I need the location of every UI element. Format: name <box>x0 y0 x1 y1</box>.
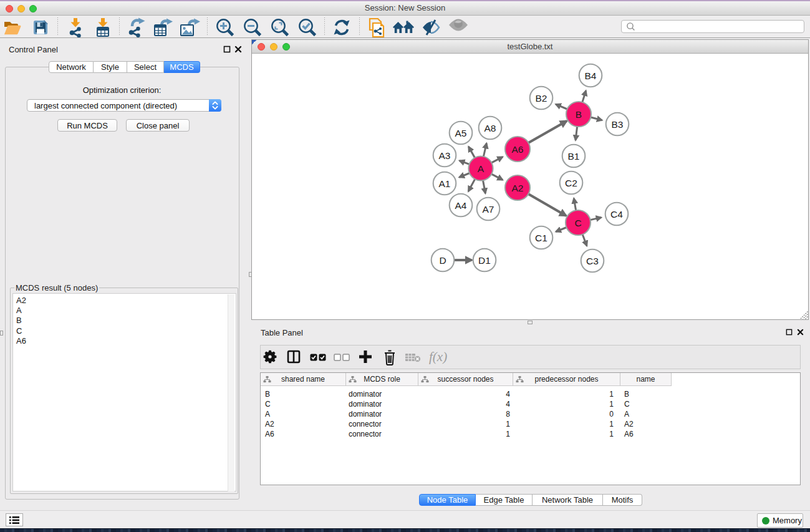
svg-text:C2: C2 <box>565 178 577 188</box>
svg-text:B3: B3 <box>612 119 624 130</box>
svg-text:D: D <box>439 255 446 266</box>
svg-text:A8: A8 <box>485 123 496 133</box>
svg-text:A6: A6 <box>512 144 524 155</box>
svg-text:B2: B2 <box>536 93 547 104</box>
svg-text:A1: A1 <box>439 178 451 189</box>
svg-text:B1: B1 <box>568 151 580 162</box>
svg-text:A7: A7 <box>483 204 494 215</box>
svg-text:A3: A3 <box>439 150 451 161</box>
svg-text:C: C <box>574 218 581 228</box>
svg-text:C4: C4 <box>610 209 623 220</box>
svg-text:D1: D1 <box>478 255 491 266</box>
svg-text:C3: C3 <box>586 256 599 266</box>
svg-text:B4: B4 <box>585 70 597 81</box>
svg-text:A5: A5 <box>455 128 467 138</box>
svg-text:A: A <box>478 163 485 174</box>
svg-text:A2: A2 <box>512 183 524 193</box>
svg-text:C1: C1 <box>535 233 547 243</box>
svg-text:B: B <box>576 109 582 120</box>
svg-text:A4: A4 <box>455 200 467 211</box>
